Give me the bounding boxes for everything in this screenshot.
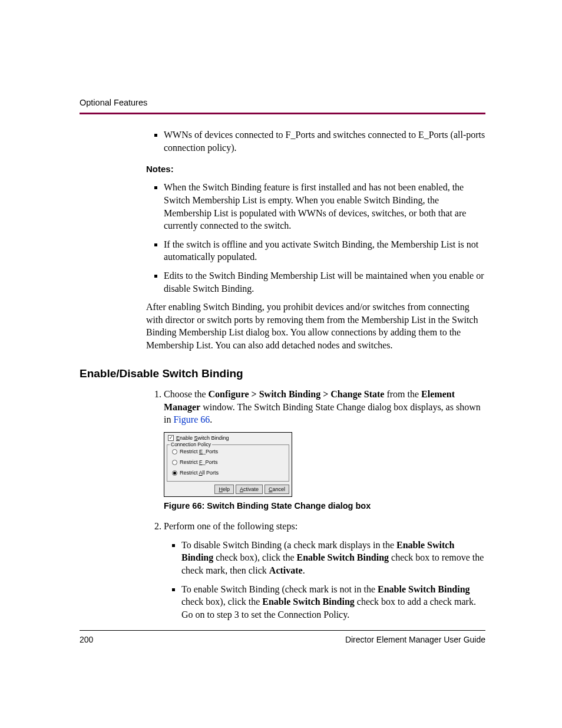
page-footer: 200 Director Element Manager User Guide — [80, 630, 485, 645]
page-content: WWNs of devices connected to F_Ports and… — [80, 129, 485, 640]
list-item: When the Switch Binding feature is first… — [164, 181, 485, 232]
cancel-button[interactable]: Cancel — [265, 485, 289, 494]
body-text: check box), click the — [181, 597, 262, 607]
body-text: Edits to the Switch Binding Membership L… — [164, 271, 484, 294]
footer-row: 200 Director Element Manager User Guide — [80, 631, 485, 645]
enable-switch-binding-checkbox[interactable]: ✓ — [168, 435, 174, 441]
substep-list: To disable Switch Binding (a check mark … — [164, 539, 485, 621]
switch-binding-dialog: ✓ Enable Switch Binding Connection Polic… — [164, 432, 292, 497]
list-item: WWNs of devices connected to F_Ports and… — [164, 129, 485, 154]
body-text: . — [210, 414, 212, 424]
figure-caption: Figure 66: Switch Binding State Change d… — [164, 500, 485, 512]
body-text: When the Switch Binding feature is first… — [164, 182, 466, 230]
figure-xref[interactable]: Figure 66 — [173, 414, 210, 424]
radio-row: Restrict All Ports — [168, 467, 287, 478]
doc-title: Director Element Manager User Guide — [345, 634, 485, 645]
restrict-f-ports-radio[interactable] — [172, 460, 177, 465]
body-text: from the — [384, 389, 421, 399]
body-text: . — [303, 565, 305, 575]
list-item: To disable Switch Binding (a check mark … — [181, 539, 485, 577]
dialog-button-row: Help Activate Cancel — [164, 483, 292, 496]
header-rule — [80, 113, 485, 114]
restrict-all-ports-radio[interactable] — [172, 470, 177, 476]
ordered-steps: Choose the Configure > Switch Binding > … — [146, 388, 485, 621]
notes-heading: Notes: — [146, 163, 485, 175]
intro-list: WWNs of devices connected to F_Ports and… — [146, 129, 485, 154]
radio-label: Restrict F_Ports — [180, 459, 218, 466]
body-text: To disable Switch Binding (a check mark … — [181, 540, 396, 550]
bold-text: Enable Switch Binding — [297, 552, 389, 562]
connection-policy-group: Connection Policy Restrict E_Ports Restr… — [167, 444, 289, 481]
bold-text: Configure > Switch Binding > Change Stat… — [209, 389, 385, 399]
activate-button[interactable]: Activate — [236, 485, 263, 494]
restrict-e-ports-radio[interactable] — [172, 449, 177, 454]
list-item: Edits to the Switch Binding Membership L… — [164, 269, 485, 295]
body-text: If the switch is offline and you activat… — [164, 239, 478, 262]
step-item: Choose the Configure > Switch Binding > … — [164, 388, 485, 512]
notes-list: When the Switch Binding feature is first… — [146, 181, 485, 295]
radio-label: Restrict E_Ports — [180, 448, 218, 455]
section-heading: Enable/Disable Switch Binding — [80, 366, 485, 381]
intro-block: WWNs of devices connected to F_Ports and… — [146, 129, 485, 352]
body-paragraph: After enabling Switch Binding, you prohi… — [146, 301, 485, 351]
radio-label: Restrict All Ports — [180, 469, 219, 476]
bold-text: Activate — [269, 565, 303, 575]
list-item: If the switch is offline and you activat… — [164, 238, 485, 263]
body-text: Perform one of the following steps: — [164, 521, 297, 531]
bold-text: Enable Switch Binding — [262, 597, 355, 607]
radio-row: Restrict F_Ports — [168, 457, 287, 467]
help-button[interactable]: Help — [214, 485, 234, 494]
checkbox-label: Enable Switch Binding — [176, 434, 229, 442]
body-text: check box), click the — [213, 552, 296, 562]
group-legend: Connection Policy — [170, 442, 212, 448]
page-number: 200 — [80, 634, 93, 645]
body-text: WWNs of devices connected to F_Ports and… — [164, 130, 485, 153]
step-item: Perform one of the following steps: To d… — [164, 520, 485, 621]
bold-text: Enable Switch Binding — [378, 584, 470, 594]
list-item: To enable Switch Binding (check mark is … — [181, 583, 485, 621]
body-text: To enable Switch Binding (check mark is … — [181, 584, 378, 594]
steps-block: Choose the Configure > Switch Binding > … — [146, 388, 485, 621]
running-head: Optional Features — [80, 97, 485, 109]
body-text: Choose the — [164, 389, 209, 399]
